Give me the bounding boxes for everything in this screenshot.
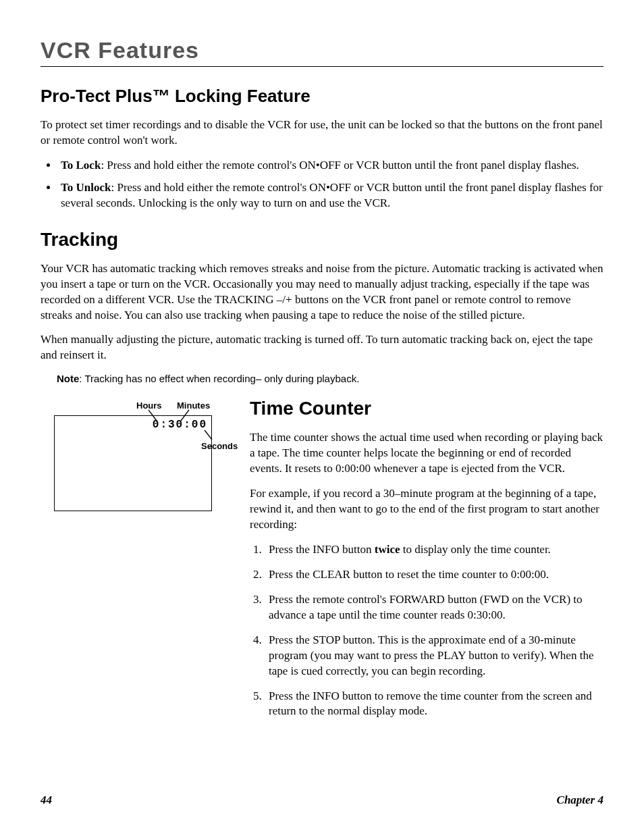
section-heading-tracking: Tracking: [41, 229, 603, 251]
bullet-unlock-text: : Press and hold either the remote contr…: [61, 181, 603, 209]
step-1: Press the INFO button twice to display o…: [265, 542, 603, 558]
bullet-lock: To Lock: Press and hold either the remot…: [58, 158, 603, 174]
step1-a: Press the INFO button: [269, 543, 375, 556]
svg-line-0: [149, 410, 157, 421]
bullet-lock-label: To Lock: [61, 159, 101, 172]
step1-b: twice: [375, 543, 400, 556]
section-heading-protect: Pro-Tect Plus™ Locking Feature: [41, 86, 603, 107]
svg-line-2: [205, 430, 212, 440]
page: VCR Features Pro-Tect Plus™ Locking Feat…: [0, 0, 644, 834]
counter-diagram: Hours Minutes Seconds 0:30:00: [41, 400, 230, 529]
label-minutes: Minutes: [177, 400, 210, 411]
time-counter-text: Time Counter The time counter shows the …: [250, 398, 603, 729]
leader-lines: [54, 415, 212, 456]
time-counter-row: Hours Minutes Seconds 0:30:00 Time Count…: [41, 398, 603, 729]
bullet-unlock: To Unlock: Press and hold either the rem…: [58, 180, 603, 211]
tracking-p1: Your VCR has automatic tracking which re…: [41, 261, 603, 323]
bullet-lock-text: : Press and hold either the remote contr…: [101, 159, 579, 172]
note-text: : Tracking has no effect when recording–…: [79, 373, 359, 384]
page-footer: 44 Chapter 4: [41, 793, 603, 807]
tracking-note: Note: Tracking has no effect when record…: [57, 373, 603, 384]
timecounter-steps: Press the INFO button twice to display o…: [250, 542, 603, 719]
timecounter-p2: For example, if you record a 30–minute p…: [250, 486, 603, 533]
label-hours: Hours: [136, 400, 162, 411]
svg-line-1: [181, 410, 189, 421]
chapter-title: VCR Features: [41, 37, 603, 63]
step-2: Press the CLEAR button to reset the time…: [265, 567, 603, 583]
note-label: Note: [57, 373, 79, 384]
step-3: Press the remote control's FORWARD butto…: [265, 592, 603, 623]
step-4: Press the STOP button. This is the appro…: [265, 633, 603, 679]
tracking-p2: When manually adjusting the picture, aut…: [41, 332, 603, 363]
page-number: 44: [41, 793, 52, 807]
timecounter-p1: The time counter shows the actual time u…: [250, 430, 603, 477]
bullet-unlock-label: To Unlock: [61, 181, 111, 194]
header-rule: [41, 66, 603, 67]
chapter-label: Chapter 4: [557, 793, 603, 807]
section-heading-timecounter: Time Counter: [250, 398, 603, 419]
protect-intro: To protect set timer recordings and to d…: [41, 118, 603, 149]
diagram-column: Hours Minutes Seconds 0:30:00: [41, 398, 230, 729]
step1-c: to display only the time counter.: [400, 543, 551, 556]
protect-bullets: To Lock: Press and hold either the remot…: [41, 158, 603, 211]
step-5: Press the INFO button to remove the time…: [265, 689, 603, 720]
